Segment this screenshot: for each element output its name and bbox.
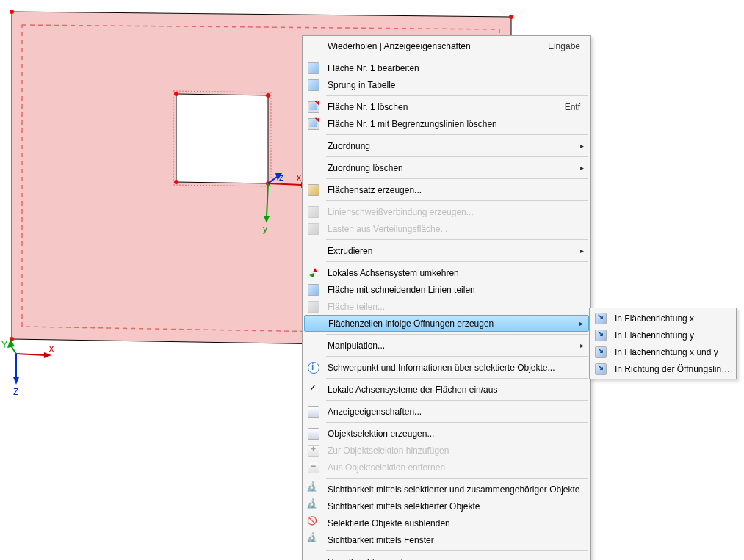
menu-icon-empty [304, 242, 323, 259]
menu-item-label: Zur Objektselektion hinzufügen [323, 446, 586, 456]
menu-item[interactable]: Fläche Nr. 1 mit Begrenzungslinien lösch… [304, 115, 589, 132]
submenu-arrow-icon: ▸ [577, 164, 586, 172]
microscope-icon [304, 531, 323, 548]
menu-icon-empty [304, 159, 323, 176]
local-axis-z-label: z [279, 172, 283, 183]
menu-separator [326, 400, 588, 401]
submenu-arrow-icon: ▸ [577, 142, 586, 150]
menu-item[interactable]: Selektierte Objekte ausblenden [304, 514, 589, 531]
menu-item[interactable]: Flächensatz erzeugen... [304, 181, 589, 198]
menu-item[interactable]: Sichtbarkeit mittels selektierter und zu… [304, 481, 589, 498]
submenu-arrow-icon: ▸ [577, 319, 585, 327]
direction-icon [591, 343, 610, 360]
menu-item[interactable]: Zuordnung löschen▸ [304, 159, 589, 176]
menu-item-label: Sprung in Tabelle [323, 80, 586, 90]
svg-marker-17 [7, 339, 15, 348]
global-axis-z-label: Z [13, 387, 18, 397]
menu-separator [326, 200, 588, 201]
local-axis-x-label: x [297, 172, 301, 183]
menu-item[interactable]: Zuordnung▸ [304, 137, 589, 154]
menu-item[interactable]: Schwerpunkt und Informationen über selek… [304, 359, 589, 376]
menu-item-label: Aus Objektselektion entfernen [323, 462, 586, 473]
menu-separator [326, 178, 588, 179]
menu-separator [326, 95, 588, 96]
submenu-item-label: In Flächenrichtung x und y [610, 347, 732, 357]
menu-item-label: Lokale Achsensysteme der Flächen ein/aus [323, 385, 586, 395]
microscope-icon [304, 481, 323, 498]
surface-opening[interactable] [176, 94, 268, 183]
menu-item: Lasten aus Verteilungsfläche... [304, 220, 589, 237]
submenu-item[interactable]: In Richtung der Öffnungslinien [591, 360, 734, 377]
menu-item-label: Zuordnung löschen [323, 163, 577, 173]
menu-item-label: Schwerpunkt und Informationen über selek… [323, 363, 586, 373]
svg-point-1 [509, 15, 513, 19]
menu-item-label: Fläche mit schneidenden Linien teilen [323, 285, 586, 295]
menu-item[interactable]: Lokales Achsensystem umkehren [304, 264, 589, 281]
menu-item[interactable]: Extrudieren▸ [304, 242, 589, 259]
context-menu[interactable]: Wiederholen | AnzeigeeigenschaftenEingab… [302, 35, 591, 560]
menu-item[interactable]: Fläche Nr. 1 löschenEntf [304, 98, 589, 115]
svg-point-5 [266, 93, 270, 98]
menu-item-label: Anzeigeeigenschaften... [323, 407, 586, 417]
menu-icon-empty [304, 553, 323, 560]
menu-item-label: Fläche Nr. 1 bearbeiten [323, 63, 586, 73]
submenu-item-label: In Flächenrichtung y [610, 330, 732, 341]
svg-marker-19 [13, 377, 19, 385]
menu-item[interactable]: Sichtbarkeit mittels selektierter Objekt… [304, 498, 589, 514]
menu-item-label: Lokales Achsensystem umkehren [323, 268, 586, 278]
menu-separator [326, 134, 588, 135]
surface-jump-icon [304, 76, 323, 93]
menu-item[interactable]: Manipulation...▸ [304, 337, 589, 354]
surface-x-icon [304, 98, 323, 115]
menu-item[interactable]: Sichtbarkeit mittels Fenster [304, 531, 589, 548]
menu-item[interactable]: Sprung in Tabelle [304, 76, 589, 93]
brush-icon [304, 181, 323, 198]
menu-item[interactable]: Hauptleuchtenposition▸ [304, 553, 589, 560]
menu-item-label: Fläche Nr. 1 löschen [323, 102, 550, 112]
submenu-item-label: In Flächenrichtung x [610, 313, 732, 324]
direction-icon [591, 310, 610, 327]
menu-item[interactable]: Fläche Nr. 1 bearbeiten [304, 59, 589, 76]
menu-item: Zur Objektselektion hinzufügen [304, 442, 589, 459]
menu-item-label: Fläche Nr. 1 mit Begrenzungslinien lösch… [323, 119, 586, 129]
menu-separator [326, 57, 588, 57]
menu-separator [326, 356, 588, 357]
global-axis-x-label: X [48, 344, 54, 354]
submenu-item[interactable]: In Flächenrichtung x [591, 310, 734, 327]
surface-x-icon [304, 115, 323, 132]
panel-icon [304, 459, 323, 476]
menu-item-label: Manipulation... [323, 341, 577, 351]
info-icon [304, 359, 323, 376]
menu-item-label: Flächenzellen infolge Öffnungen erzeugen [324, 319, 577, 329]
menu-item[interactable]: Lokale Achsensysteme der Flächen ein/aus [304, 381, 589, 398]
menu-item-label: Selektierte Objekte ausblenden [323, 518, 586, 528]
panel-icon [304, 442, 323, 459]
menu-item[interactable]: Anzeigeeigenschaften... [304, 403, 589, 420]
menu-item-label: Wiederholen | Anzeigeeigenschaften [323, 41, 533, 51]
menu-item-shortcut: Eingabe [533, 41, 586, 51]
menu-icon-empty [304, 37, 323, 54]
submenu-item[interactable]: In Flächenrichtung y [591, 327, 734, 343]
menu-separator [326, 334, 588, 335]
menu-icon-empty [305, 316, 324, 331]
menu-item: Aus Objektselektion entfernen [304, 459, 589, 476]
submenu-item[interactable]: In Flächenrichtung x und y [591, 343, 734, 360]
menu-item[interactable]: Flächenzellen infolge Öffnungen erzeugen… [304, 315, 589, 332]
svg-point-7 [174, 180, 178, 184]
menu-item[interactable]: Objektselektion erzeugen... [304, 425, 589, 442]
menu-item-label: Lasten aus Verteilungsfläche... [323, 224, 586, 234]
menu-item[interactable]: Fläche mit schneidenden Linien teilen [304, 281, 589, 298]
menu-separator [326, 478, 588, 479]
menu-item: Fläche teilen... [304, 298, 589, 315]
menu-separator [326, 239, 588, 240]
context-submenu-opening-cells[interactable]: In Flächenrichtung xIn Flächenrichtung y… [589, 308, 737, 379]
panel-icon [304, 425, 323, 442]
menu-item[interactable]: Wiederholen | AnzeigeeigenschaftenEingab… [304, 37, 589, 54]
menu-item-label: Sichtbarkeit mittels selektierter Objekt… [323, 501, 586, 512]
global-axes: X Y Z [1, 339, 54, 397]
global-axis-y-label: Y [1, 340, 7, 350]
direction-icon [591, 327, 610, 343]
menu-item-label: Zuordnung [323, 141, 577, 151]
submenu-arrow-icon: ▸ [577, 341, 586, 349]
menu-separator [326, 378, 588, 379]
